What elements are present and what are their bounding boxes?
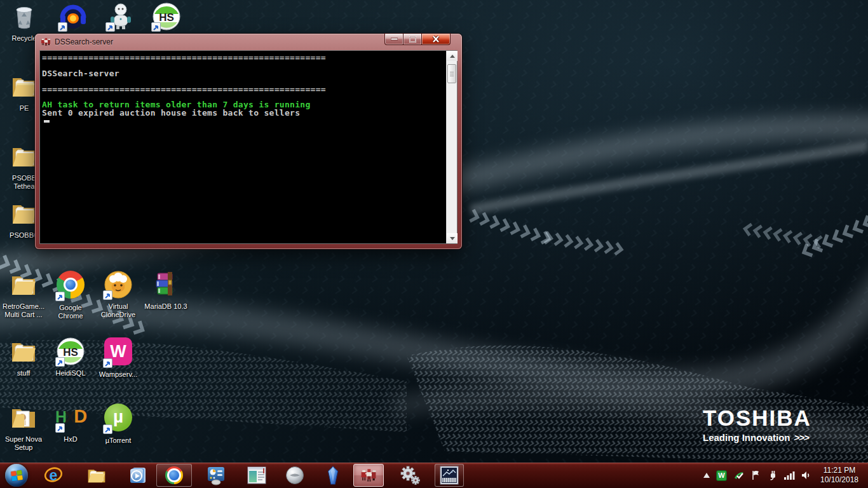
icon-label: µTorrent [94, 437, 142, 445]
icon-label: stuff [0, 369, 48, 377]
clock-date: 10/10/2018 [815, 475, 864, 485]
scrollbar-thumb[interactable] [447, 64, 456, 83]
chrome-icon [165, 466, 183, 484]
tray-volume[interactable] [801, 471, 811, 480]
icon-label: Super NovaSetup [0, 435, 48, 452]
desktop-icon-hxd[interactable]: HxD HxD [46, 402, 95, 444]
utorrent-icon: µ [103, 403, 133, 434]
taskbar-clock[interactable]: 11:21 PM 10/10/2018 [815, 466, 864, 485]
taskbar-google-chrome[interactable] [156, 464, 192, 487]
windows-flag-icon [11, 470, 23, 480]
desktop-icon-robot-app[interactable] [97, 1, 145, 32]
sheep-icon [103, 269, 133, 300]
winrar-books-icon [151, 269, 181, 300]
taskbar-dssearch-server[interactable] [353, 464, 384, 487]
icon-label: GoogleChrome [46, 304, 95, 320]
tray-action-center[interactable] [751, 470, 761, 480]
desktop-icon-utorrent[interactable]: µ µTorrent [94, 402, 142, 445]
dssearch-server-window: DSSearch-server ========================… [35, 34, 462, 249]
hxd-icon: HxD [55, 402, 86, 433]
taskbar-silver-orb-app[interactable] [278, 464, 311, 487]
close-button[interactable] [421, 33, 451, 45]
icon-label: MariaDB 10.3 [142, 302, 190, 311]
desktop-icon-virtual-clonedrive[interactable]: VirtualCloneDrive [94, 269, 142, 319]
maximize-button[interactable] [403, 33, 421, 45]
taskbar: e [0, 463, 868, 488]
down-arrow-icon [450, 237, 455, 240]
console-line: ========================================… [42, 85, 446, 92]
heidisql-icon: HS [55, 336, 86, 367]
shortcut-arrow-icon [55, 423, 65, 433]
desktop-icon-heidisql[interactable]: HS HeidiSQL [46, 336, 95, 377]
console-line: Sent 0 expired auction house items back … [42, 108, 446, 116]
taskbar-blue-crystal-app[interactable] [316, 464, 349, 487]
wampserver-icon: W [103, 337, 133, 368]
robot-icon [105, 1, 136, 32]
wampserver-tray-icon: W [716, 470, 727, 481]
toshiba-logo: TOSHIBA Leading Innovation>>> [703, 405, 811, 443]
toshiba-chevrons: >>> [793, 432, 810, 443]
silver-orb-icon [285, 466, 304, 485]
desktop-icon-wampserver[interactable]: W Wampserv... [94, 336, 142, 379]
taskbar-windows-explorer[interactable] [80, 464, 113, 487]
show-hidden-icons-button[interactable] [703, 473, 710, 478]
tray-wampserver[interactable]: W [716, 470, 727, 481]
icon-label: HxD [46, 435, 95, 444]
window-title: DSSearch-server [55, 37, 113, 46]
heidisql-icon: HS [151, 1, 182, 32]
taskbar-gears-settings[interactable] [393, 464, 427, 487]
network-signal-icon [784, 471, 795, 480]
console-line: ========================================… [42, 53, 446, 60]
taskbar-server-graph-console[interactable] [435, 464, 464, 487]
control-panel-icon [206, 465, 226, 485]
shortcut-arrow-icon [55, 357, 65, 367]
gears-icon [399, 465, 421, 485]
folder-icon [8, 269, 39, 300]
console-output: ========================================… [40, 51, 446, 243]
tray-update-checker[interactable] [733, 470, 745, 481]
green-checkmark-icon [733, 470, 745, 481]
pixel-characters-icon [360, 467, 377, 484]
media-player-icon [129, 466, 148, 485]
scroll-down-button[interactable] [447, 233, 458, 243]
toshiba-subtitle: Leading Innovation>>> [703, 432, 811, 443]
desktop-icon-retrogame-folder[interactable]: RetroGame...Multi Cart ... [0, 269, 48, 319]
desktop-icon-google-chrome[interactable]: GoogleChrome [46, 269, 95, 320]
taskbar-internet-explorer[interactable]: e [37, 464, 70, 487]
taskbar-app-window[interactable] [240, 464, 273, 487]
window-title-icon [41, 37, 51, 47]
folder-with-image-icon [8, 402, 39, 433]
svg-text:HS: HS [159, 11, 174, 24]
toshiba-title: TOSHIBA [703, 405, 811, 431]
desktop-icon-super-nova-setup[interactable]: Super NovaSetup [0, 402, 48, 452]
clock-time: 11:21 PM [815, 466, 864, 475]
shortcut-arrow-icon [58, 22, 67, 32]
taskbar-media-player[interactable] [122, 464, 155, 487]
shortcut-arrow-icon [151, 22, 161, 32]
app-window-icon [247, 466, 266, 484]
minimize-button[interactable] [384, 33, 403, 45]
tray-network[interactable] [784, 471, 795, 480]
icon-label: HeidiSQL [46, 369, 95, 377]
speaker-icon [801, 471, 811, 480]
blue-crystal-icon [326, 466, 340, 485]
shortcut-arrow-icon [105, 22, 115, 32]
audacity-icon [58, 1, 88, 32]
shortcut-arrow-icon [55, 292, 65, 301]
graph-window-icon [440, 466, 459, 485]
svg-text:HS: HS [63, 346, 78, 358]
desktop-icon-mariadb-archive[interactable]: MariaDB 10.3 [142, 269, 190, 311]
scroll-up-button[interactable] [447, 51, 458, 61]
window-controls [384, 33, 451, 45]
desktop-icon-stuff-folder[interactable]: stuff [0, 336, 48, 377]
taskbar-control-panel-app[interactable] [200, 464, 233, 487]
chevron-up-icon [703, 473, 710, 478]
explorer-folder-icon [86, 466, 107, 484]
desktop-icon-audacity[interactable] [49, 1, 97, 32]
chrome-icon [55, 271, 86, 301]
start-button[interactable] [5, 464, 28, 487]
console-scrollbar[interactable] [446, 51, 457, 243]
desktop-icon-heidisql-top[interactable]: HS [142, 1, 191, 32]
system-tray: W [700, 463, 868, 488]
tray-hardware[interactable] [768, 470, 778, 480]
